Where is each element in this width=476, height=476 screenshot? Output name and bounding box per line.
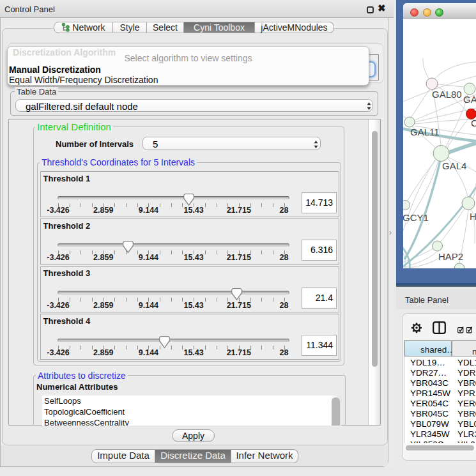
- svg-text:GAL80: GAL80: [432, 89, 462, 100]
- svg-text:GAL4: GAL4: [442, 160, 466, 171]
- svg-text:GAL11: GAL11: [410, 127, 440, 137]
- svg-text:C: C: [471, 118, 476, 128]
- svg-text:GA: GA: [463, 94, 476, 105]
- svg-text:GCY1: GCY1: [403, 212, 429, 223]
- svg-text:HAP2: HAP2: [438, 251, 463, 262]
- svg-text:H: H: [470, 211, 476, 222]
